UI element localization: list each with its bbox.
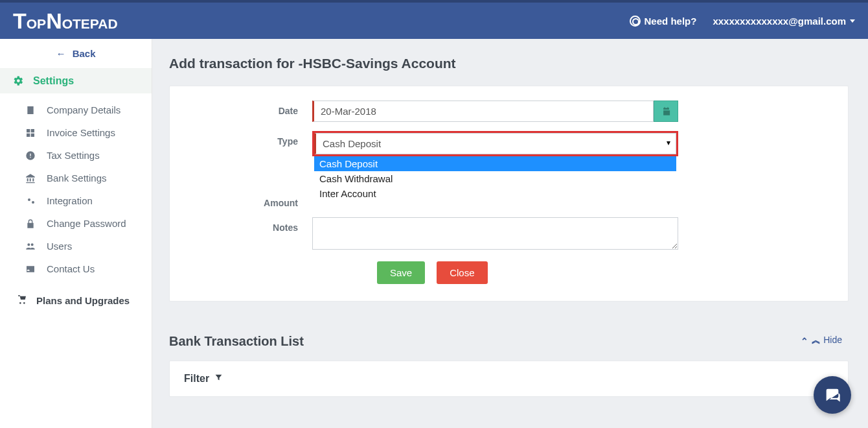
brand-logo: TopNotepad — [13, 8, 118, 34]
id-card-icon — [25, 264, 36, 274]
bank-icon — [25, 173, 36, 184]
hide-link[interactable]: ︽ Hide — [801, 335, 842, 346]
sidebar-item-label: Integration — [47, 195, 93, 206]
lock-icon — [25, 219, 36, 229]
users-icon — [25, 241, 36, 252]
chevron-up-double-icon: ︽ — [812, 335, 821, 345]
sidebar: ← Back Settings Company Details Invoice … — [0, 39, 152, 428]
funnel-icon — [214, 373, 223, 385]
save-button[interactable]: Save — [377, 261, 425, 284]
sidebar-item-plans-upgrades[interactable]: Plans and Upgrades — [0, 285, 152, 316]
arrow-left-icon: ← — [56, 48, 65, 59]
sidebar-item-users[interactable]: Users — [0, 235, 152, 257]
date-label: Date — [189, 101, 312, 116]
chat-icon — [823, 386, 841, 404]
type-option[interactable]: Cash Deposit — [314, 156, 676, 171]
sidebar-item-change-password[interactable]: Change Password — [0, 212, 152, 235]
plans-label: Plans and Upgrades — [36, 295, 130, 306]
notes-textarea[interactable] — [312, 217, 678, 250]
type-option[interactable]: Inter Account — [314, 186, 676, 201]
filter-label: Filter — [184, 373, 209, 385]
sidebar-item-label: Change Password — [47, 218, 126, 229]
sidebar-item-label: Invoice Settings — [47, 127, 115, 138]
close-button[interactable]: Close — [437, 261, 487, 284]
help-icon — [630, 16, 641, 27]
filter-toggle[interactable]: Filter — [184, 373, 834, 385]
settings-label: Settings — [33, 75, 74, 87]
sidebar-item-bank-settings[interactable]: Bank Settings — [0, 167, 152, 189]
notes-label: Notes — [189, 217, 312, 233]
page-title: Add transaction for -HSBC-Savings Accoun… — [169, 56, 849, 71]
hide-label: Hide — [823, 335, 842, 345]
sidebar-item-label: Bank Settings — [47, 172, 107, 184]
calendar-icon — [661, 106, 671, 116]
sidebar-item-tax-settings[interactable]: Tax Settings — [0, 144, 152, 167]
add-transaction-card: Date Type Cash Deposit — [169, 86, 849, 302]
need-help-link[interactable]: Need help? — [630, 16, 697, 27]
user-email: xxxxxxxxxxxxxx@gmail.com — [713, 16, 846, 27]
type-dropdown: Cash Deposit Cash Withdrawal Inter Accou… — [314, 156, 676, 201]
sidebar-item-invoice-settings[interactable]: Invoice Settings — [0, 121, 152, 144]
building-icon — [25, 105, 36, 115]
sidebar-item-contact-us[interactable]: Contact Us — [0, 257, 152, 280]
user-menu[interactable]: xxxxxxxxxxxxxx@gmail.com — [713, 16, 855, 27]
gear-icon — [12, 75, 24, 87]
help-label: Need help? — [645, 16, 697, 27]
sidebar-item-label: Company Details — [47, 104, 120, 115]
grid-icon — [25, 128, 36, 138]
date-input[interactable] — [312, 101, 654, 122]
back-link[interactable]: ← Back — [0, 39, 152, 68]
type-option[interactable]: Cash Withdrawal — [314, 171, 676, 186]
sidebar-item-label: Users — [47, 241, 72, 252]
sidebar-item-integration[interactable]: Integration — [0, 189, 152, 212]
app-header: TopNotepad Need help? xxxxxxxxxxxxxx@gma… — [0, 0, 868, 39]
type-label: Type — [189, 131, 312, 147]
type-select-highlight: Cash Deposit Cash Deposit Cash Withdrawa… — [312, 131, 678, 156]
amount-label: Amount — [189, 193, 312, 208]
type-select[interactable]: Cash Deposit — [314, 133, 676, 154]
bank-transaction-list-title: Bank Transaction List — [169, 334, 849, 349]
sidebar-heading-settings[interactable]: Settings — [0, 68, 152, 93]
sidebar-item-company-details[interactable]: Company Details — [0, 99, 152, 121]
calendar-button[interactable] — [654, 101, 678, 122]
sidebar-item-label: Tax Settings — [47, 150, 100, 161]
cogs-icon — [25, 196, 36, 206]
caret-down-icon — [850, 19, 855, 23]
chat-fab[interactable] — [814, 376, 851, 414]
main-content: Add transaction for -HSBC-Savings Accoun… — [152, 39, 868, 428]
back-label: Back — [73, 48, 96, 59]
settings-menu: Company Details Invoice Settings Tax Set… — [0, 93, 152, 285]
type-selected-value: Cash Deposit — [323, 138, 381, 149]
transaction-list-card: Filter — [169, 361, 849, 397]
sidebar-item-label: Contact Us — [47, 263, 95, 274]
tax-icon — [25, 150, 36, 161]
cart-icon — [17, 294, 27, 307]
